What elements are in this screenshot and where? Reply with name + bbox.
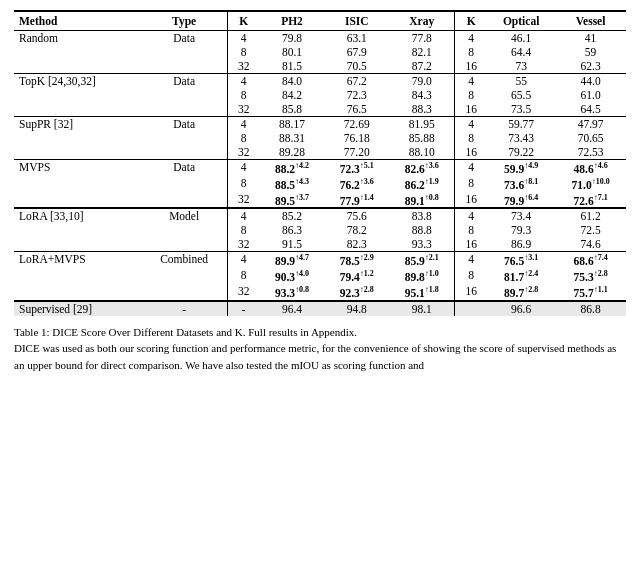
cell-vessel: 72.53 (555, 145, 626, 160)
cell-vessel: 70.65 (555, 131, 626, 145)
cell-ph2: 88.2↑4.2 (260, 160, 325, 176)
cell-xray: 89.1↑0.8 (389, 192, 455, 209)
cell-optical: 73.43 (487, 131, 555, 145)
cell-isic: 94.8 (324, 301, 389, 316)
table-row: 890.3↑4.079.4↑1.289.8↑1.0881.7↑2.475.3↑2… (14, 268, 626, 284)
cell-isic: 79.4↑1.2 (324, 268, 389, 284)
cell-isic: 92.3↑2.8 (324, 284, 389, 301)
col-ph2: PH2 (260, 11, 325, 31)
cell-xray: 82.6↑3.6 (389, 160, 455, 176)
cell-optical: 79.3 (487, 223, 555, 237)
cell-type: Data (142, 117, 228, 132)
cell-k2: 16 (455, 59, 487, 74)
cell-isic: 75.6 (324, 208, 389, 223)
cell-optical: 64.4 (487, 45, 555, 59)
cell-k: 32 (227, 284, 259, 301)
cell-isic: 76.5 (324, 102, 389, 117)
col-isic: ISIC (324, 11, 389, 31)
cell-type: Data (142, 31, 228, 46)
cell-vessel: 72.6↑7.1 (555, 192, 626, 209)
cell-vessel: 47.97 (555, 117, 626, 132)
cell-optical: 76.5↑3.1 (487, 252, 555, 268)
cell-vessel: 75.7↑1.1 (555, 284, 626, 301)
cell-xray: 88.8 (389, 223, 455, 237)
cell-isic: 72.69 (324, 117, 389, 132)
cell-ph2: 88.31 (260, 131, 325, 145)
cell-k: 4 (227, 160, 259, 176)
cell-vessel: 68.6↑7.4 (555, 252, 626, 268)
cell-isic: 78.2 (324, 223, 389, 237)
cell-method: TopK [24,30,32] (14, 74, 142, 89)
table-row: 880.167.982.1864.459 (14, 45, 626, 59)
cell-xray: 87.2 (389, 59, 455, 74)
cell-k2: 8 (455, 176, 487, 192)
cell-method (14, 223, 142, 237)
cell-k: 4 (227, 208, 259, 223)
cell-optical: 46.1 (487, 31, 555, 46)
table-row: 3281.570.587.2167362.3 (14, 59, 626, 74)
cell-k: 8 (227, 268, 259, 284)
cell-method (14, 145, 142, 160)
table-row: 3293.3↑0.892.3↑2.895.1↑1.81689.7↑2.875.7… (14, 284, 626, 301)
cell-isic: 78.5↑2.9 (324, 252, 389, 268)
cell-optical: 79.9↑6.4 (487, 192, 555, 209)
table-row: SupPR [32]Data488.1772.6981.95459.7747.9… (14, 117, 626, 132)
cell-xray: 89.8↑1.0 (389, 268, 455, 284)
table-row: LoRA [33,10]Model485.275.683.8473.461.2 (14, 208, 626, 223)
cell-optical: 89.7↑2.8 (487, 284, 555, 301)
cell-k2: 4 (455, 160, 487, 176)
cell-k: 8 (227, 131, 259, 145)
cell-ph2: 84.0 (260, 74, 325, 89)
cell-optical: 73.4 (487, 208, 555, 223)
cell-xray: 93.3 (389, 237, 455, 252)
col-method: Method (14, 11, 142, 31)
cell-k: 8 (227, 88, 259, 102)
cell-isic: 76.2↑3.6 (324, 176, 389, 192)
cell-method: MVPS (14, 160, 142, 176)
cell-xray: 98.1 (389, 301, 455, 316)
cell-isic: 72.3↑5.1 (324, 160, 389, 176)
cell-vessel: 64.5 (555, 102, 626, 117)
cell-ph2: 89.5↑3.7 (260, 192, 325, 209)
cell-k2: 16 (455, 284, 487, 301)
cell-ph2: 81.5 (260, 59, 325, 74)
cell-method: LoRA [33,10] (14, 208, 142, 223)
table-row: TopK [24,30,32]Data484.067.279.045544.0 (14, 74, 626, 89)
cell-k: 32 (227, 192, 259, 209)
cell-optical: 73 (487, 59, 555, 74)
cell-method: Random (14, 31, 142, 46)
cell-k: 8 (227, 176, 259, 192)
cell-type (142, 145, 228, 160)
cell-type (142, 268, 228, 284)
cell-vessel: 75.3↑2.8 (555, 268, 626, 284)
table-row: 3291.582.393.31686.974.6 (14, 237, 626, 252)
results-table: Method Type K PH2 ISIC Xray K Optical Ve… (14, 10, 626, 316)
cell-k2: 8 (455, 223, 487, 237)
cell-xray: 83.8 (389, 208, 455, 223)
cell-k2: 4 (455, 117, 487, 132)
cell-optical: 55 (487, 74, 555, 89)
cell-type (142, 88, 228, 102)
cell-k: 32 (227, 102, 259, 117)
col-vessel: Vessel (555, 11, 626, 31)
cell-ph2: 88.5↑4.3 (260, 176, 325, 192)
cell-optical: 73.5 (487, 102, 555, 117)
table-caption: Table 1: DICE Score Over Different Datas… (14, 324, 626, 374)
cell-optical: 59.9↑4.9 (487, 160, 555, 176)
cell-vessel: 61.0 (555, 88, 626, 102)
cell-type: Data (142, 160, 228, 176)
cell-isic: 72.3 (324, 88, 389, 102)
cell-ph2: 93.3↑0.8 (260, 284, 325, 301)
cell-optical: 65.5 (487, 88, 555, 102)
cell-vessel: 61.2 (555, 208, 626, 223)
cell-xray: 84.3 (389, 88, 455, 102)
cell-vessel: 44.0 (555, 74, 626, 89)
cell-vessel: 71.0↑10.0 (555, 176, 626, 192)
cell-optical: 73.6↑8.1 (487, 176, 555, 192)
cell-xray: 77.8 (389, 31, 455, 46)
cell-k2: 4 (455, 74, 487, 89)
cell-ph2: 85.8 (260, 102, 325, 117)
table-row: MVPSData488.2↑4.272.3↑5.182.6↑3.6459.9↑4… (14, 160, 626, 176)
cell-ph2: 89.9↑4.7 (260, 252, 325, 268)
cell-type (142, 59, 228, 74)
